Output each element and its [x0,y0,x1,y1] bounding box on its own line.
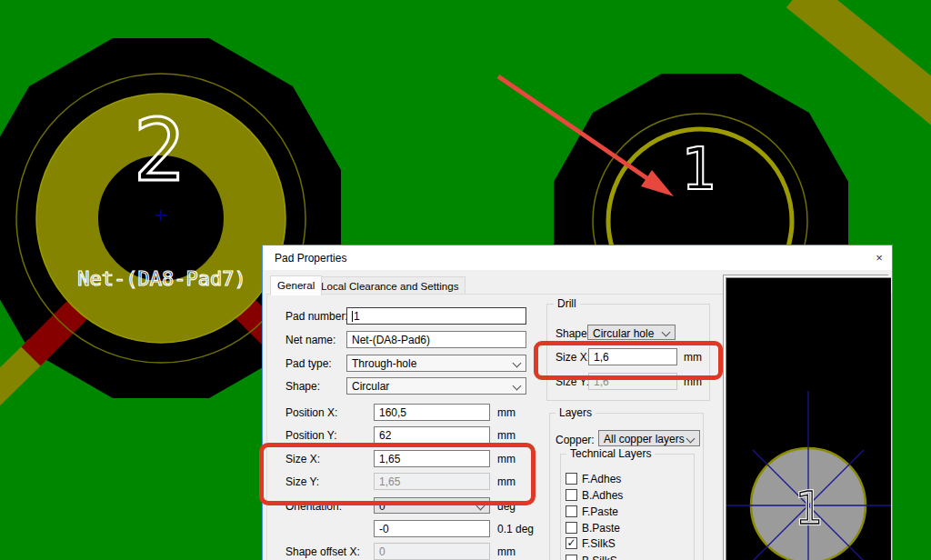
close-icon[interactable]: × [871,251,887,265]
drill-shape-label: Shape: [556,327,590,340]
tab-local-clearance[interactable]: Local Clearance and Settings [314,276,466,295]
pad-number-label: Pad number: [285,310,348,323]
orientation-custom-unit: 0.1 deg [497,523,534,535]
checkbox-f-paste-label: F.Paste [582,505,618,518]
checkbox-f-silks-label: F.SilkS [582,537,616,550]
position-x-label: Position X: [285,406,337,419]
checkbox-b-adhes[interactable] [566,489,577,501]
pad2-number-label: 2 [133,100,185,200]
chevron-down-icon [513,382,522,391]
position-y-label: Position Y: [285,429,336,442]
position-x-unit: mm [497,406,516,419]
tab-general[interactable]: General [270,275,322,295]
position-x-input[interactable]: 160,5 [374,404,490,421]
chevron-down-icon [686,435,696,444]
highlight-box-drill-size [534,341,723,380]
shape-select[interactable]: Circular [346,377,526,395]
technical-layers-group [560,454,695,560]
preview-crosshair [726,391,891,560]
checkbox-f-silks[interactable]: ✓ [566,537,577,549]
checkbox-f-adhes-label: F.Adhes [582,473,621,485]
pad-properties-dialog: Pad Properties × General Local Clearance… [262,245,893,560]
chevron-down-icon [513,359,522,368]
position-y-input[interactable]: 62 [374,426,490,444]
shape-offset-x-label: Shape offset X: [285,545,360,558]
dialog-titlebar[interactable]: Pad Properties × [263,245,892,270]
highlight-box-pad-size [259,443,536,505]
orientation-custom-input[interactable]: -0 [374,520,490,537]
pad1-number-label: 1 [681,135,716,203]
pad-number-input[interactable]: 1 [346,307,526,325]
net-name-label: Net name: [285,334,335,346]
preview-pad-number: 1 [795,482,822,535]
dialog-title: Pad Properties [275,252,346,265]
drill-shape-select[interactable]: Circular hole [587,325,676,340]
copper-layers-select[interactable]: All copper layers [598,430,700,446]
checkbox-b-adhes-label: B.Adhes [582,489,623,502]
checkbox-f-paste[interactable] [566,505,577,517]
drill-group-title: Drill [554,297,580,310]
pad-type-select[interactable]: Through-hole [346,355,526,372]
shape-offset-x-unit: mm [497,545,516,558]
text-caret [352,311,353,322]
pad-preview-panel: 1 1 [726,277,891,560]
checkbox-b-paste[interactable] [566,522,577,534]
shape-offset-x-input: 0 [374,543,490,560]
checkbox-b-silks-label: B.SilkS [582,555,617,560]
shape-label: Shape: [285,380,320,393]
pad-type-label: Pad type: [285,357,332,370]
checkbox-b-paste-label: B.Paste [582,522,620,535]
layers-group-title: Layers [556,406,596,419]
net-name-input[interactable]: Net-(DA8-Pad6) [346,331,526,348]
pad-preview-canvas: 1 1 [726,278,891,560]
checkbox-b-silks[interactable] [566,555,577,560]
pad2-net-label: Net-(DA8-Pad7) [77,267,245,290]
checkbox-f-adhes[interactable] [566,473,577,485]
chevron-down-icon [662,328,671,337]
technical-layers-title: Technical Layers [566,447,655,460]
position-y-unit: mm [497,429,516,442]
copper-label: Copper: [556,434,595,446]
